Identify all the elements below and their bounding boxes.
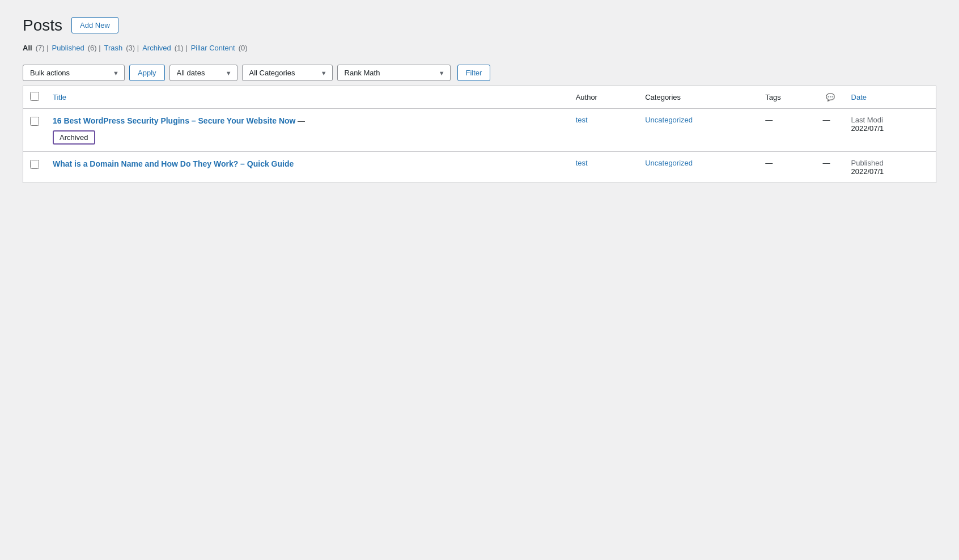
row1-date-cell: Last Modi 2022/07/1 xyxy=(845,109,936,152)
col-header-comments: 💬 xyxy=(816,86,845,109)
row2-date-value: 2022/07/1 xyxy=(851,167,884,176)
table-row: 16 Best WordPress Security Plugins – Sec… xyxy=(23,109,936,152)
row1-title-cell: 16 Best WordPress Security Plugins – Sec… xyxy=(46,109,569,152)
row2-author-cell: test xyxy=(569,151,639,183)
filter-link-archived[interactable]: Archived xyxy=(142,44,171,52)
row2-title-link[interactable]: What is a Domain Name and How Do They Wo… xyxy=(53,159,294,168)
select-all-checkbox[interactable] xyxy=(30,92,39,101)
row1-archived-badge[interactable]: Archived xyxy=(53,130,95,145)
posts-table-wrapper: Title Author Categories Tags 💬 Date 16 B… xyxy=(23,86,936,183)
all-categories-select[interactable]: All Categories xyxy=(242,65,333,81)
row2-comments-value: — xyxy=(823,159,830,167)
page-title: Posts xyxy=(23,18,62,33)
filter-link-all[interactable]: All xyxy=(23,44,32,52)
row1-tags-cell: — xyxy=(758,109,816,152)
toolbar: Bulk actions ▼ Apply All dates ▼ All Cat… xyxy=(23,60,936,86)
row2-title-cell: What is a Domain Name and How Do They Wo… xyxy=(46,151,569,183)
row2-tags-value: — xyxy=(765,159,773,167)
row2-author-link[interactable]: test xyxy=(576,159,588,167)
row1-tags-value: — xyxy=(765,116,773,124)
row1-author-cell: test xyxy=(569,109,639,152)
filter-button[interactable]: Filter xyxy=(457,65,491,81)
row1-checkbox[interactable] xyxy=(30,117,39,126)
row2-checkbox[interactable] xyxy=(30,160,39,169)
table-row: What is a Domain Name and How Do They Wo… xyxy=(23,151,936,183)
row2-checkbox-cell xyxy=(23,151,46,183)
row2-category-link[interactable]: Uncategorized xyxy=(645,159,693,167)
bulk-actions-wrapper: Bulk actions ▼ xyxy=(23,65,125,81)
row2-tags-cell: — xyxy=(758,151,816,183)
row1-checkbox-cell xyxy=(23,109,46,152)
rank-math-select[interactable]: Rank Math xyxy=(337,65,451,81)
row1-title-link[interactable]: 16 Best WordPress Security Plugins – Sec… xyxy=(53,116,295,125)
all-dates-wrapper: All dates ▼ xyxy=(169,65,237,81)
row2-comments-cell: — xyxy=(816,151,845,183)
row2-categories-cell: Uncategorized xyxy=(638,151,758,183)
comment-bubble-icon: 💬 xyxy=(826,93,835,101)
filter-link-published[interactable]: Published xyxy=(52,44,84,52)
row1-comments-cell: — xyxy=(816,109,845,152)
row1-categories-cell: Uncategorized xyxy=(638,109,758,152)
col-header-tags: Tags xyxy=(758,86,816,109)
all-dates-select[interactable]: All dates xyxy=(169,65,237,81)
posts-table: Title Author Categories Tags 💬 Date 16 B… xyxy=(23,86,936,183)
bulk-actions-select[interactable]: Bulk actions xyxy=(23,65,125,81)
col-header-title[interactable]: Title xyxy=(46,86,569,109)
filter-link-pillar[interactable]: Pillar Content xyxy=(191,44,235,52)
table-header-row: Title Author Categories Tags 💬 Date xyxy=(23,86,936,109)
row1-title-suffix: — xyxy=(295,117,305,125)
row1-date-label: Last Modi xyxy=(851,116,883,124)
col-header-date[interactable]: Date xyxy=(845,86,936,109)
col-header-author: Author xyxy=(569,86,639,109)
row1-author-link[interactable]: test xyxy=(576,116,588,124)
row1-date-value: 2022/07/1 xyxy=(851,124,884,133)
col-header-categories: Categories xyxy=(638,86,758,109)
row1-category-link[interactable]: Uncategorized xyxy=(645,116,693,124)
rank-math-wrapper: Rank Math ▼ xyxy=(337,65,451,81)
row2-date-label: Published xyxy=(851,159,884,167)
row1-comments-value: — xyxy=(823,116,830,124)
all-categories-wrapper: All Categories ▼ xyxy=(242,65,333,81)
add-new-button[interactable]: Add New xyxy=(71,17,118,33)
apply-button[interactable]: Apply xyxy=(129,65,165,81)
row2-date-cell: Published 2022/07/1 xyxy=(845,151,936,183)
filter-links: All (7) | Published (6) | Trash (3) | Ar… xyxy=(23,44,936,52)
filter-link-trash[interactable]: Trash xyxy=(104,44,123,52)
col-header-cb xyxy=(23,86,46,109)
